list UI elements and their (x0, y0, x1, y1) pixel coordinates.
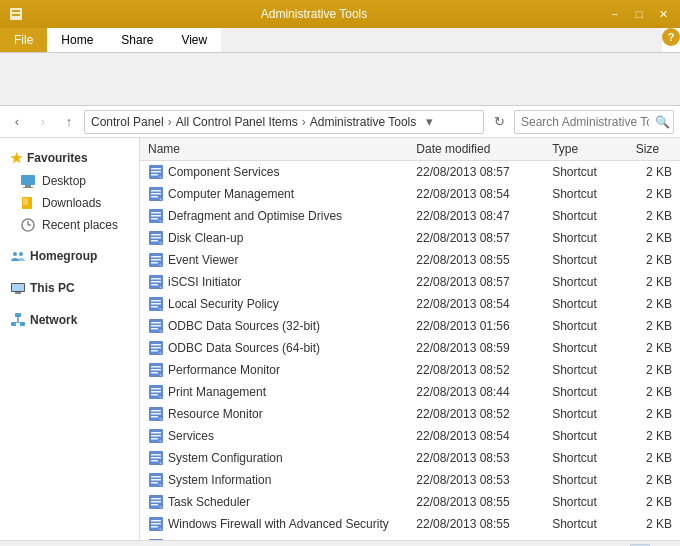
table-row[interactable]: Disk Clean-up 22/08/2013 08:57Shortcut2 … (140, 227, 680, 249)
col-header-type[interactable]: Type (544, 138, 628, 161)
sidebar-item-downloads[interactable]: Downloads (0, 192, 139, 214)
file-type-cell: Shortcut (544, 337, 628, 359)
file-name-cell: Component Services (140, 161, 408, 184)
file-name-text: Disk Clean-up (168, 231, 243, 245)
sidebar-header-favourites: ★ Favourites (0, 146, 139, 170)
star-icon: ★ (10, 150, 23, 166)
search-icon-button[interactable]: 🔍 (655, 115, 670, 129)
file-table: Name Date modified Type Size Component S… (140, 138, 680, 540)
file-date-cell: 22/08/2013 08:47 (408, 205, 544, 227)
table-row[interactable]: Windows Firewall with Advanced Security … (140, 513, 680, 535)
file-name-text: Performance Monitor (168, 363, 280, 377)
tab-file[interactable]: File (0, 28, 47, 52)
svg-rect-1 (12, 10, 20, 12)
file-name-cell: Print Management (140, 381, 408, 403)
path-dropdown-button[interactable]: ▾ (420, 111, 438, 133)
file-icon (148, 164, 164, 180)
svg-rect-94 (151, 476, 161, 478)
file-size-cell: 2 KB (628, 293, 680, 315)
tab-share[interactable]: Share (107, 28, 167, 52)
close-button[interactable]: ✕ (652, 4, 674, 24)
file-size-cell: 2 KB (628, 249, 680, 271)
table-row[interactable]: Local Security Policy 22/08/2013 08:54Sh… (140, 293, 680, 315)
file-name-text: Component Services (168, 165, 279, 179)
file-size-cell: 2 KB (628, 205, 680, 227)
table-row[interactable]: System Configuration 22/08/2013 08:53Sho… (140, 447, 680, 469)
file-name-text: Windows Firewall with Advanced Security (168, 517, 389, 531)
svg-rect-89 (151, 454, 161, 456)
file-type-cell: Shortcut (544, 447, 628, 469)
file-size-cell: 2 KB (628, 535, 680, 540)
svg-rect-2 (12, 14, 20, 16)
table-row[interactable]: Task Scheduler 22/08/2013 08:55Shortcut2… (140, 491, 680, 513)
svg-rect-30 (151, 193, 161, 195)
svg-rect-51 (151, 284, 158, 286)
path-admin-tools[interactable]: Administrative Tools (310, 115, 417, 129)
address-bar: ‹ › ↑ Control Panel › All Control Panel … (0, 106, 680, 138)
minimize-button[interactable]: − (604, 4, 626, 24)
search-input[interactable] (514, 110, 674, 134)
table-row[interactable]: Performance Monitor 22/08/2013 08:52Shor… (140, 359, 680, 381)
file-size-cell: 2 KB (628, 491, 680, 513)
table-row[interactable]: Resource Monitor 22/08/2013 08:52Shortcu… (140, 403, 680, 425)
file-icon (148, 230, 164, 246)
table-row[interactable]: Component Services 22/08/2013 08:57Short… (140, 161, 680, 184)
svg-rect-3 (21, 175, 35, 185)
ribbon: File Home Share View ? (0, 28, 680, 106)
file-type-cell: Shortcut (544, 161, 628, 184)
file-icon (148, 472, 164, 488)
svg-point-13 (19, 252, 23, 256)
homegroup-icon (10, 248, 26, 264)
file-name-cell: Event Viewer (140, 249, 408, 271)
svg-rect-41 (151, 240, 158, 242)
refresh-button[interactable]: ↻ (488, 111, 510, 133)
tab-view[interactable]: View (167, 28, 221, 52)
search-wrapper: 🔍 (514, 110, 674, 134)
file-name-text: Windows Memory Diagnostic (168, 539, 323, 540)
table-row[interactable]: Event Viewer 22/08/2013 08:55Shortcut2 K… (140, 249, 680, 271)
file-date-cell: 22/08/2013 08:54 (408, 425, 544, 447)
svg-rect-29 (151, 190, 161, 192)
svg-rect-45 (151, 259, 161, 261)
svg-rect-86 (151, 438, 158, 440)
file-name-text: Resource Monitor (168, 407, 263, 421)
table-row[interactable]: ODBC Data Sources (64-bit) 22/08/2013 08… (140, 337, 680, 359)
tab-home[interactable]: Home (47, 28, 107, 52)
svg-rect-31 (151, 196, 158, 198)
up-button[interactable]: ↑ (58, 111, 80, 133)
col-header-size[interactable]: Size (628, 138, 680, 161)
back-button[interactable]: ‹ (6, 111, 28, 133)
main-content: ★ Favourites Desktop Downloads Recent p (0, 138, 680, 540)
svg-rect-84 (151, 432, 161, 434)
sidebar-network-label: Network (30, 313, 77, 327)
table-row[interactable]: Services 22/08/2013 08:54Shortcut2 KB (140, 425, 680, 447)
file-name-cell: iSCSI Initiator (140, 271, 408, 293)
table-row[interactable]: Windows Memory Diagnostic 22/08/2013 08:… (140, 535, 680, 540)
file-date-cell: 22/08/2013 08:44 (408, 381, 544, 403)
table-row[interactable]: iSCSI Initiator 22/08/2013 08:57Shortcut… (140, 271, 680, 293)
path-control-panel[interactable]: Control Panel (91, 115, 164, 129)
help-button[interactable]: ? (662, 28, 680, 46)
table-row[interactable]: Defragment and Optimise Drives 22/08/201… (140, 205, 680, 227)
svg-rect-50 (151, 281, 161, 283)
file-name-cell: System Configuration (140, 447, 408, 469)
sidebar-item-desktop[interactable]: Desktop (0, 170, 139, 192)
sidebar-item-recent[interactable]: Recent places (0, 214, 139, 236)
table-row[interactable]: Print Management 22/08/2013 08:44Shortcu… (140, 381, 680, 403)
address-path[interactable]: Control Panel › All Control Panel Items … (84, 110, 484, 134)
col-header-date[interactable]: Date modified (408, 138, 544, 161)
file-size-cell: 2 KB (628, 447, 680, 469)
svg-rect-95 (151, 479, 161, 481)
forward-button[interactable]: › (32, 111, 54, 133)
col-header-name[interactable]: Name (140, 138, 408, 161)
svg-rect-61 (151, 328, 158, 330)
table-row[interactable]: System Information 22/08/2013 08:53Short… (140, 469, 680, 491)
downloads-icon (20, 195, 36, 211)
svg-rect-65 (151, 347, 161, 349)
table-row[interactable]: Computer Management 22/08/2013 08:54Shor… (140, 183, 680, 205)
sidebar: ★ Favourites Desktop Downloads Recent p (0, 138, 140, 540)
file-icon (148, 274, 164, 290)
table-row[interactable]: ODBC Data Sources (32-bit) 22/08/2013 01… (140, 315, 680, 337)
maximize-button[interactable]: □ (628, 4, 650, 24)
path-all-items[interactable]: All Control Panel Items (176, 115, 298, 129)
